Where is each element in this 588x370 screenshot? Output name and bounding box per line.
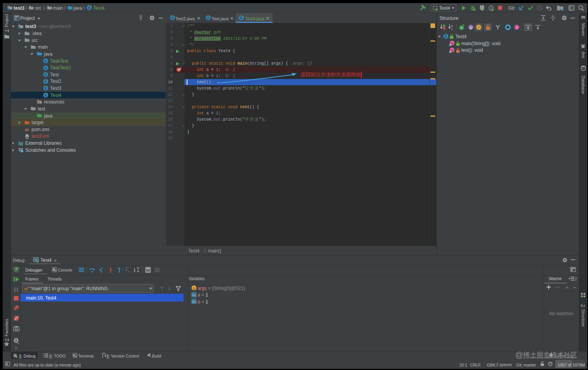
svg-text:01: 01: [192, 300, 196, 303]
svg-text:p: p: [470, 25, 472, 30]
svg-text:f: f: [478, 25, 480, 30]
svg-text:IML: IML: [26, 137, 29, 139]
svg-text:c: c: [44, 65, 47, 70]
svg-text:λ: λ: [516, 25, 518, 30]
svg-text:m: m: [25, 127, 29, 132]
svg-text:c: c: [44, 58, 47, 63]
svg-text:p: p: [193, 286, 195, 290]
svg-text:c: c: [461, 26, 463, 30]
svg-text:01: 01: [192, 294, 196, 297]
svg-text:m: m: [451, 49, 453, 53]
svg-text:z: z: [451, 27, 453, 30]
svg-text:m: m: [451, 42, 453, 46]
